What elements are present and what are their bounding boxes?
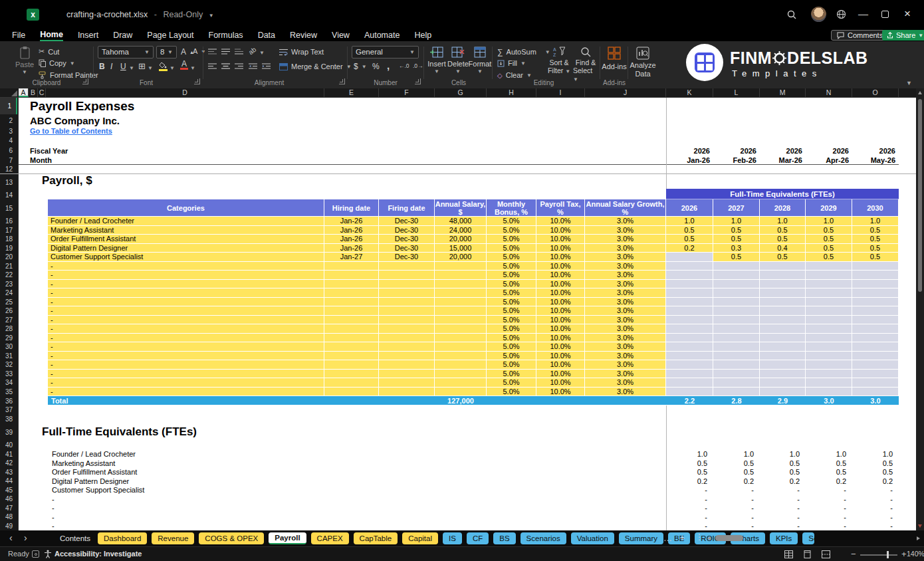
payroll-cell-growth[interactable]: 3.0%: [585, 253, 666, 262]
payroll-empty-cell[interactable]: [435, 334, 487, 343]
payroll-empty-cell[interactable]: 3.0%: [585, 298, 666, 307]
payroll-empty-fte[interactable]: [713, 370, 760, 379]
fte-value-cell[interactable]: -: [806, 486, 846, 495]
payroll-cell-firing[interactable]: Dec-30: [379, 217, 435, 226]
row-header-13[interactable]: 13: [0, 173, 17, 191]
payroll-empty-fte[interactable]: [760, 271, 806, 280]
fte-value-cell[interactable]: -: [713, 495, 754, 504]
payroll-empty-cell[interactable]: [435, 298, 487, 307]
fte-row-label[interactable]: Digital Pattern Designer: [52, 477, 129, 486]
payroll-cell-fte[interactable]: 0.5: [852, 226, 899, 235]
globe-icon[interactable]: [836, 9, 846, 19]
payroll-empty-cell[interactable]: [324, 280, 379, 289]
payroll-empty-cell[interactable]: 5.0%: [487, 342, 536, 352]
payroll-empty-cell[interactable]: [379, 280, 435, 289]
row-header-32[interactable]: 32: [0, 360, 17, 370]
payroll-cell-growth[interactable]: 3.0%: [585, 244, 666, 253]
row-header-22[interactable]: 22: [0, 271, 17, 280]
payroll-empty-cell[interactable]: [324, 324, 379, 334]
payroll-empty-fte[interactable]: [713, 288, 760, 298]
column-header-C[interactable]: C: [38, 88, 46, 97]
merge-center-button[interactable]: Merge & Center▼: [279, 62, 352, 70]
macro-record-icon[interactable]: [32, 550, 39, 558]
horizontal-scroll-thumb[interactable]: [715, 535, 743, 541]
align-center-button[interactable]: [221, 63, 230, 70]
menu-automate[interactable]: Automate: [364, 29, 400, 41]
payroll-cell-fte[interactable]: 0.4: [760, 244, 806, 253]
fte-value-cell[interactable]: 0.5: [713, 459, 754, 468]
grow-font-button[interactable]: A▲: [181, 47, 194, 56]
menu-draw[interactable]: Draw: [113, 29, 132, 41]
comments-button[interactable]: Comments: [831, 30, 889, 41]
payroll-empty-category[interactable]: -: [48, 280, 324, 289]
payroll-cell-firing[interactable]: Dec-30: [379, 244, 435, 253]
borders-button[interactable]: ⊞: [138, 61, 146, 71]
insert-cells-button[interactable]: Insert▼: [427, 47, 447, 74]
payroll-total-fte[interactable]: 3.0: [852, 396, 899, 405]
payroll-cell-fte[interactable]: 0.5: [806, 253, 852, 262]
fte-value-cell[interactable]: -: [806, 512, 846, 522]
title-chevron-icon[interactable]: ▼: [209, 13, 214, 19]
increase-decimal-button[interactable]: ←.0: [399, 62, 409, 69]
row-header-26[interactable]: 26: [0, 306, 17, 316]
payroll-empty-cell[interactable]: 5.0%: [487, 378, 536, 388]
align-right-button[interactable]: [235, 63, 243, 70]
payroll-empty-cell[interactable]: [435, 370, 487, 379]
row-header-18[interactable]: 18: [0, 235, 17, 244]
payroll-cell-growth[interactable]: 3.0%: [585, 235, 666, 244]
row-header-36[interactable]: 36: [0, 396, 17, 405]
zoom-level[interactable]: 140%: [907, 550, 924, 558]
payroll-empty-fte[interactable]: [713, 342, 760, 352]
payroll-empty-cell[interactable]: 3.0%: [585, 271, 666, 280]
payroll-empty-cell[interactable]: [324, 388, 379, 397]
fill-color-button[interactable]: [159, 62, 168, 71]
fiscal-year-cell-L[interactable]: 2026: [713, 146, 756, 156]
payroll-cell-salary[interactable]: 20,000: [435, 253, 487, 262]
payroll-cell-hiring[interactable]: Jan-27: [324, 253, 379, 262]
payroll-empty-fte[interactable]: [713, 388, 760, 397]
payroll-empty-category[interactable]: -: [48, 378, 324, 388]
sheet-tab-contents[interactable]: Contents: [57, 532, 93, 544]
payroll-empty-cell[interactable]: [379, 316, 435, 325]
row-header-48[interactable]: 48: [0, 512, 17, 522]
payroll-cell-fte[interactable]: 0.5: [666, 226, 713, 235]
payroll-empty-fte[interactable]: [852, 378, 899, 388]
payroll-total-cell[interactable]: [585, 396, 666, 405]
payroll-empty-fte[interactable]: [852, 280, 899, 289]
payroll-empty-cell[interactable]: [379, 298, 435, 307]
find-select-button[interactable]: Find & Select ▼: [573, 47, 598, 84]
payroll-header-year-2027[interactable]: 2027: [713, 199, 760, 217]
format-painter-button[interactable]: Format Painter: [39, 71, 98, 79]
payroll-empty-fte[interactable]: [806, 378, 852, 388]
row-header-40[interactable]: 40: [0, 441, 17, 449]
payroll-cell-fte[interactable]: 1.0: [806, 217, 852, 226]
restore-button[interactable]: [881, 11, 889, 18]
payroll-total-salary[interactable]: 127,000: [435, 396, 487, 405]
payroll-empty-fte[interactable]: [666, 306, 713, 316]
payroll-cell-bonus[interactable]: 5.0%: [487, 235, 536, 244]
payroll-empty-cell[interactable]: [435, 288, 487, 298]
payroll-empty-cell[interactable]: 3.0%: [585, 378, 666, 388]
fte-value-cell[interactable]: 0.5: [713, 468, 754, 477]
payroll-empty-cell[interactable]: 10.0%: [536, 306, 585, 316]
payroll-empty-fte[interactable]: [760, 316, 806, 325]
italic-button[interactable]: I: [110, 62, 112, 71]
fte-value-cell[interactable]: 1.0: [760, 450, 800, 459]
fte-row-label[interactable]: -: [52, 522, 55, 531]
fte-row-label[interactable]: Order Fulfillment Assistant: [52, 468, 137, 477]
payroll-cell-bonus[interactable]: 5.0%: [487, 253, 536, 262]
payroll-empty-fte[interactable]: [666, 360, 713, 370]
payroll-empty-cell[interactable]: 3.0%: [585, 388, 666, 397]
payroll-empty-cell[interactable]: [324, 316, 379, 325]
fte-value-cell[interactable]: 1.0: [713, 450, 754, 459]
payroll-cell-growth[interactable]: 3.0%: [585, 217, 666, 226]
shrink-font-button[interactable]: A▼: [193, 47, 205, 55]
payroll-cell-category[interactable]: Customer Support Specialist: [48, 253, 324, 262]
fte-value-cell[interactable]: -: [760, 522, 800, 531]
payroll-cell-salary[interactable]: 20,000: [435, 235, 487, 244]
payroll-empty-cell[interactable]: [435, 342, 487, 352]
payroll-total-label[interactable]: Total: [48, 396, 324, 405]
payroll-empty-cell[interactable]: [379, 388, 435, 397]
payroll-cell-fte[interactable]: 0.5: [760, 235, 806, 244]
sheet-tab-kpis[interactable]: KPIs: [770, 532, 798, 544]
